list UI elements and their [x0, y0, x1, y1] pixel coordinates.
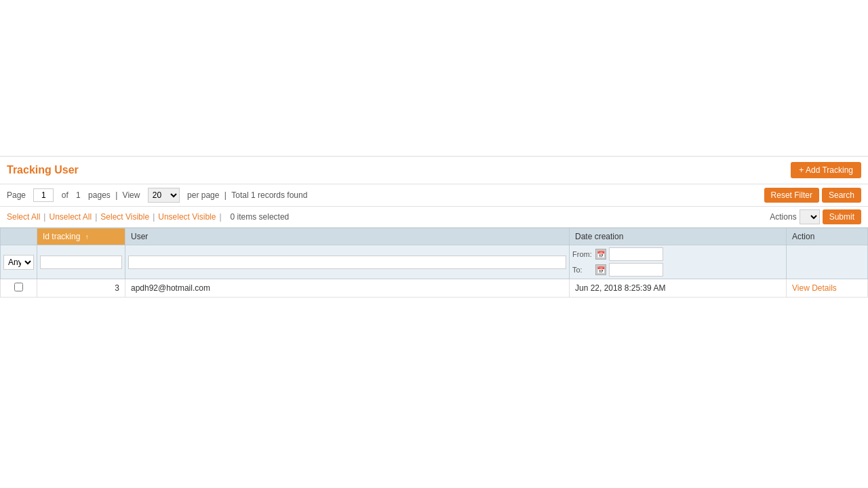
sep4: | [219, 212, 221, 222]
th-id-tracking[interactable]: Id tracking ↑ [37, 228, 125, 245]
view-details-link[interactable]: View Details [792, 283, 837, 293]
filter-user-cell [125, 245, 570, 279]
submit-button[interactable]: Submit [823, 209, 861, 224]
sep2: | [95, 212, 97, 222]
filter-id-input[interactable] [40, 256, 122, 269]
page-container: Tracking User + Add Tracking Page of 1 p… [0, 156, 868, 298]
row-id-cell: 3 [37, 279, 125, 298]
filter-from-row: From: 📅 [572, 247, 783, 261]
sep1: | [43, 212, 45, 222]
title-bar: Tracking User + Add Tracking [0, 157, 868, 184]
sep3: | [153, 212, 155, 222]
search-button[interactable]: Search [822, 188, 861, 203]
row-date-cell: Jun 22, 2018 8:25:39 AM [570, 279, 787, 298]
top-spacer [0, 0, 868, 156]
to-label: To: [572, 266, 593, 274]
from-label: From: [572, 250, 593, 258]
total-pages: 1 [76, 190, 81, 200]
sort-arrow-icon: ↑ [85, 233, 89, 241]
table-row: 3 apdh92@hotmail.com Jun 22, 2018 8:25:3… [1, 279, 868, 298]
filter-date-group: From: 📅 To: 📅 [572, 247, 783, 277]
to-calendar-icon[interactable]: 📅 [595, 264, 606, 275]
page-label: Page [7, 190, 26, 200]
per-page-select[interactable]: 20 10 50 100 [148, 188, 180, 203]
view-label: View [123, 190, 140, 200]
pagination-bar: Page of 1 pages | View 20 10 50 100 per … [0, 184, 868, 207]
table-body: 3 apdh92@hotmail.com Jun 22, 2018 8:25:3… [1, 279, 868, 298]
row-checkbox-cell [1, 279, 37, 298]
filter-id-cell [37, 245, 125, 279]
filter-to-input[interactable] [609, 263, 663, 277]
filter-any-select[interactable]: Any [3, 255, 34, 270]
row-checkbox[interactable] [14, 283, 23, 291]
th-action: Action [787, 228, 868, 245]
per-page-label: per page [187, 190, 219, 200]
page-title: Tracking User [7, 164, 79, 176]
data-table: Id tracking ↑ User Date creation Action … [0, 228, 868, 298]
selection-left: Select All | Unselect All | Select Visib… [7, 212, 289, 222]
items-selected-count: 0 items selected [231, 212, 290, 222]
th-date-creation: Date creation [570, 228, 787, 245]
filter-from-input[interactable] [609, 247, 663, 261]
actions-label: Actions [770, 212, 796, 222]
add-tracking-button[interactable]: + Add Tracking [791, 162, 861, 178]
actions-select[interactable] [800, 209, 820, 224]
select-visible-link[interactable]: Select Visible [100, 212, 149, 222]
filter-to-row: To: 📅 [572, 263, 783, 277]
selection-right: Actions Submit [770, 209, 861, 224]
selection-bar: Select All | Unselect All | Select Visib… [0, 207, 868, 228]
unselect-all-link[interactable]: Unselect All [49, 212, 92, 222]
filter-user-input[interactable] [128, 256, 566, 269]
select-all-link[interactable]: Select All [7, 212, 40, 222]
th-checkbox [1, 228, 37, 245]
from-calendar-icon[interactable]: 📅 [595, 249, 606, 260]
filter-checkbox-cell: Any [1, 245, 37, 279]
table-filter-row: Any From: 📅 [1, 245, 868, 279]
reset-filter-button[interactable]: Reset Filter [764, 188, 819, 203]
table-header-row: Id tracking ↑ User Date creation Action [1, 228, 868, 245]
row-action-cell: View Details [787, 279, 868, 298]
unselect-visible-link[interactable]: Unselect Visible [158, 212, 216, 222]
row-user-cell: apdh92@hotmail.com [125, 279, 570, 298]
th-user: User [125, 228, 570, 245]
of-label: of [62, 190, 68, 200]
filter-action-cell [787, 245, 868, 279]
total-records: Total 1 records found [231, 190, 307, 200]
pagination-left: Page of 1 pages | View 20 10 50 100 per … [7, 188, 307, 203]
pages-label: pages [88, 190, 111, 200]
filter-date-cell: From: 📅 To: 📅 [570, 245, 787, 279]
pagination-right: Reset Filter Search [764, 188, 861, 203]
page-number-input[interactable] [33, 188, 54, 202]
